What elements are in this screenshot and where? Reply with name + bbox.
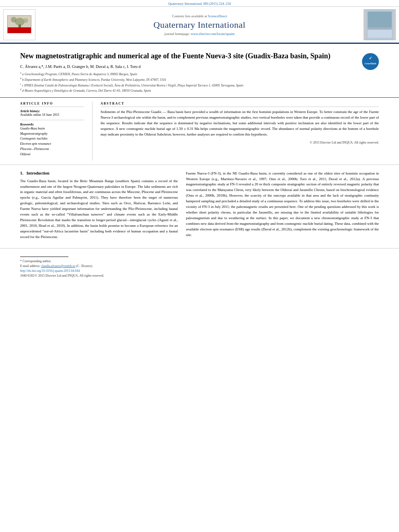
keywords-list: Guadix-Baza basin Magnetostratigraphy Co… <box>20 126 84 157</box>
keyword-4: Electron spin resonance <box>20 142 84 147</box>
journal-cover-image <box>364 9 396 40</box>
email-note: E-mail address: claudia.alvarez@cenieh.e… <box>20 264 379 268</box>
body-col-left: 1. Introduction The Guadix-Baza basin, l… <box>20 171 185 240</box>
article-info-panel: ARTICLE INFO Article history: Available … <box>20 102 93 160</box>
article-info-abstract-section: ARTICLE INFO Article history: Available … <box>0 98 399 165</box>
footer: * Corresponding author. E-mail address: … <box>0 248 399 281</box>
doi-link[interactable]: http://dx.doi.org/10.1016/j.quaint.2015.… <box>20 269 379 273</box>
affiliations: a a Geochronology Program, CENIEH, Paseo… <box>20 71 358 93</box>
abstract-heading: ABSTRACT <box>101 102 379 107</box>
homepage-link[interactable]: www.elsevier.com/locate/quaint <box>191 32 234 36</box>
body-col-right: Fuente Nueva-3 (FN-3), in the NE Guadix-… <box>185 171 379 240</box>
article-title-section: New magnetostratigraphic and numerical a… <box>0 44 399 98</box>
intro-heading: 1. Introduction <box>20 171 178 175</box>
contents-line: Contents lists available at ScienceDirec… <box>39 14 360 18</box>
crossmark-badge-container: ✓ CrossMark <box>362 53 379 70</box>
article-info-heading: ARTICLE INFO <box>20 102 84 107</box>
footnote-divider <box>20 257 68 257</box>
elsevier-logo-image: ELSEVIER <box>7 15 31 33</box>
keyword-6: Olduvai <box>20 152 84 157</box>
crossmark-badge: ✓ CrossMark <box>362 53 379 70</box>
svg-rect-8 <box>368 12 392 28</box>
intro-text-left: The Guadix-Baza basin, located in the Be… <box>20 179 178 240</box>
body-content: 1. Introduction The Guadix-Baza basin, l… <box>0 165 399 240</box>
corresponding-author-note: * Corresponding author. <box>20 259 379 263</box>
keyword-2: Magnetostratigraphy <box>20 131 84 137</box>
svg-text:CrossMark: CrossMark <box>364 62 376 65</box>
issn-notice: 1040-6182/© 2015 Elsevier Ltd and INQUA.… <box>20 274 379 277</box>
article-title-text: New magnetostratigraphic and numerical a… <box>20 51 358 93</box>
journal-citation-bar: Quaternary International 389 (2015) 224–… <box>0 0 399 6</box>
homepage-line: journal homepage: www.elsevier.com/locat… <box>39 32 360 36</box>
article-title: New magnetostratigraphic and numerical a… <box>20 51 358 61</box>
article-history: Article history: Available online 10 Jun… <box>20 109 84 117</box>
keywords-section: Keywords: Guadix-Baza basin Magnetostrat… <box>20 123 84 157</box>
affiliation-d: d d Museo Arqueológico y Etnológico de G… <box>20 88 358 93</box>
author-email-link[interactable]: claudia.alvarez@cenieh.es <box>41 264 75 268</box>
svg-text:✓: ✓ <box>369 56 372 60</box>
journal-header-center: Contents lists available at ScienceDirec… <box>35 9 364 40</box>
svg-rect-2 <box>19 25 21 28</box>
journal-header: ELSEVIER Contents lists available at Sci… <box>0 6 399 44</box>
abstract-panel: ABSTRACT Sediments of the Plio-Pleistoce… <box>93 102 379 160</box>
affiliation-a: a a Geochronology Program, CENIEH, Paseo… <box>20 71 358 77</box>
copyright-notice: © 2015 Elsevier Ltd and INQUA. All right… <box>101 141 379 144</box>
svg-text:ELSEVIER: ELSEVIER <box>12 30 28 33</box>
keyword-3: Cosmogenic nuclides <box>20 136 84 142</box>
affiliation-c: c c IPHES (Institut Català de Paleoecolo… <box>20 82 358 88</box>
sciencedirect-link[interactable]: ScienceDirect <box>208 14 227 18</box>
abstract-text: Sediments of the Plio-Pleistocene Guadix… <box>101 109 379 138</box>
journal-citation: Quaternary International 389 (2015) 224–… <box>168 2 230 6</box>
svg-rect-5 <box>8 29 31 33</box>
keyword-5: Pliocene—Pleistocene <box>20 147 84 152</box>
history-label: Article history: <box>20 109 84 113</box>
affiliation-b: b b Department of Earth Atmospheric and … <box>20 77 358 82</box>
intro-text-right: Fuente Nueva-3 (FN-3), in the NE Guadix-… <box>186 171 379 238</box>
available-date: Available online 10 June 2015 <box>20 113 84 117</box>
elsevier-logo: ELSEVIER <box>3 9 35 40</box>
svg-point-4 <box>23 18 28 23</box>
journal-title: Quaternary International <box>39 20 360 30</box>
svg-rect-9 <box>368 29 392 38</box>
authors: C. Álvarez a,*, J.M. Parés a, D. Granger… <box>20 64 358 69</box>
keywords-label: Keywords: <box>20 123 84 126</box>
keyword-1: Guadix-Baza basin <box>20 126 84 131</box>
svg-point-3 <box>11 17 16 23</box>
